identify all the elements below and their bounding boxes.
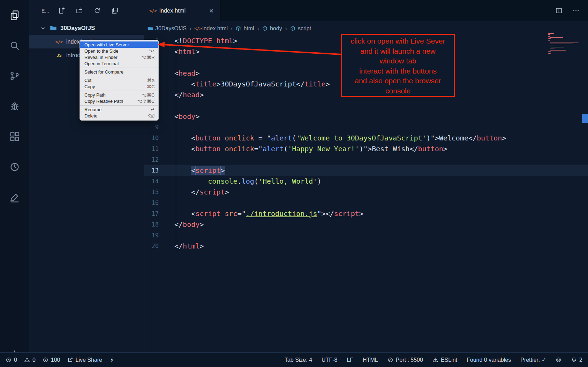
menu-item-select-for-compare[interactable]: Select for Compare	[80, 69, 158, 75]
line-number: 15	[144, 187, 159, 198]
line-number: 19	[144, 230, 159, 241]
code-line-content: <button onclick="alert('Happy New Year!'…	[159, 144, 588, 154]
folder-icon	[147, 25, 153, 31]
refresh-icon[interactable]	[93, 7, 101, 14]
chevron-right-icon: ›	[189, 25, 191, 32]
collapse-all-icon[interactable]	[111, 7, 119, 14]
breadcrumb-30daysofjs[interactable]: 30DaysOfJS	[147, 25, 187, 32]
menu-item-open-with-live-server[interactable]: Open with Live Server	[80, 41, 158, 48]
activity-history[interactable]	[0, 152, 29, 182]
menu-item-label: Delete	[84, 113, 148, 118]
line-number: 17	[144, 208, 159, 219]
line-number: 10	[144, 133, 159, 144]
breadcrumb-script[interactable]: script	[290, 25, 311, 32]
folder-icon	[50, 24, 57, 32]
code-line: 10 <button onclick = "alert('Welcome to …	[144, 133, 588, 144]
menu-item-rename[interactable]: Rename↵	[80, 106, 158, 113]
menu-item-shortcut: ⌥⇧⌘C	[137, 99, 155, 104]
status-right: Tab Size: 4UTF-8LFHTMLPort : 5500ESLintF…	[285, 357, 582, 363]
menu-item-copy[interactable]: Copy⌘C	[80, 83, 158, 90]
minimap-line	[550, 43, 579, 43]
tab-index-html[interactable]: </> index.html ×	[144, 0, 221, 21]
close-icon[interactable]: ×	[209, 7, 216, 14]
status-smiley-icon[interactable]	[556, 357, 561, 363]
status-2[interactable]: 2	[571, 357, 582, 363]
menu-item-open-to-the-side[interactable]: Open to the Side^↵	[80, 48, 158, 54]
activity-source-control[interactable]	[0, 61, 29, 91]
minimap[interactable]	[548, 33, 582, 54]
code-line: 13 <script>	[144, 165, 588, 176]
code-line-content: <script src="./introduction.js"></script…	[159, 208, 588, 219]
annotation-line: interact with the buttons	[342, 66, 454, 76]
status-label: LF	[347, 357, 353, 363]
breadcrumb-index-html[interactable]: </>index.html	[194, 25, 228, 32]
error-icon	[6, 357, 12, 363]
minimap-line	[548, 49, 582, 49]
code-line: 9	[144, 122, 588, 133]
status-port-5500[interactable]: Port : 5500	[387, 357, 423, 363]
minimap-line	[550, 37, 563, 38]
status-tab-size-4[interactable]: Tab Size: 4	[285, 357, 312, 363]
new-file-icon[interactable]	[58, 7, 65, 14]
js-file-icon: JS	[55, 52, 63, 59]
more-actions-icon[interactable]	[572, 7, 580, 14]
folder-row-30daysofjs[interactable]: 30DaysOfJS	[29, 21, 144, 35]
breadcrumb-body[interactable]: body	[262, 25, 282, 32]
status-prettier[interactable]: Prettier: ✓	[520, 357, 546, 363]
annotation-line: and also open the browser	[342, 76, 454, 86]
status-label: UTF-8	[322, 357, 337, 363]
status-found-0-variables[interactable]: Found 0 variables	[467, 357, 511, 363]
line-number: 13	[144, 165, 159, 176]
status-label: Port : 5500	[396, 357, 423, 363]
status-0[interactable]: 0	[6, 357, 17, 363]
status-label: Tab Size: 4	[285, 357, 312, 363]
menu-item-reveal-in-finder[interactable]: Reveal in Finder⌥⌘R	[80, 54, 158, 60]
new-folder-icon[interactable]	[76, 7, 83, 14]
port-icon	[387, 357, 393, 363]
status-html[interactable]: HTML	[363, 357, 378, 363]
extensions-icon	[9, 131, 20, 142]
menu-separator	[80, 91, 158, 91]
editor-actions	[555, 0, 588, 21]
menu-item-shortcut: ↵	[151, 107, 155, 112]
activity-extensions[interactable]	[0, 121, 29, 152]
status-label: Found 0 variables	[467, 357, 511, 363]
annotation-box: click on open with Live Severand it will…	[341, 34, 455, 97]
breadcrumb-html[interactable]: html	[235, 25, 254, 32]
minimap-line	[550, 44, 573, 44]
menu-item-shortcut: ⌥⌘C	[141, 92, 155, 98]
status-lf[interactable]: LF	[347, 357, 353, 363]
status-utf-8[interactable]: UTF-8	[322, 357, 337, 363]
line-number: 20	[144, 241, 159, 252]
status-label: 0	[32, 357, 36, 363]
indent-guide	[176, 36, 176, 252]
breadcrumb-label: 30DaysOfJS	[155, 25, 187, 32]
menu-item-label: Open with Live Server	[84, 42, 155, 47]
status-bar: 00100Live Share Tab Size: 4UTF-8LFHTMLPo…	[0, 352, 588, 367]
status-100[interactable]: 100	[43, 357, 60, 363]
activity-run-debug[interactable]	[0, 91, 29, 121]
menu-item-label: Select for Compare	[84, 69, 155, 75]
split-editor-icon[interactable]	[555, 7, 563, 14]
code-line: 8<body>	[144, 111, 588, 122]
status-eslint[interactable]: ESLint	[432, 357, 457, 363]
status-lightning-icon[interactable]	[109, 357, 115, 363]
menu-separator	[80, 68, 158, 68]
status-live-share[interactable]: Live Share	[67, 357, 103, 363]
minimap-line	[550, 50, 566, 51]
activity-edit-pen[interactable]	[0, 182, 29, 212]
source-control-icon	[9, 70, 20, 82]
code-line: 7	[144, 100, 588, 111]
menu-item-copy-path[interactable]: Copy Path⌥⌘C	[80, 92, 158, 98]
menu-item-open-in-terminal[interactable]: Open in Terminal	[80, 60, 158, 67]
symbol-cube-icon	[290, 25, 296, 31]
menu-item-cut[interactable]: Cut⌘X	[80, 77, 158, 83]
activity-search[interactable]	[0, 30, 29, 61]
menu-item-copy-relative-path[interactable]: Copy Relative Path⌥⇧⌘C	[80, 98, 158, 104]
activity-explorer[interactable]	[0, 0, 29, 30]
status-label: 0	[14, 357, 17, 363]
menu-item-delete[interactable]: Delete⌫	[80, 113, 158, 119]
status-0[interactable]: 0	[24, 357, 36, 363]
html-file-icon: </>	[55, 38, 63, 45]
scrollbar-marker[interactable]	[582, 114, 588, 123]
